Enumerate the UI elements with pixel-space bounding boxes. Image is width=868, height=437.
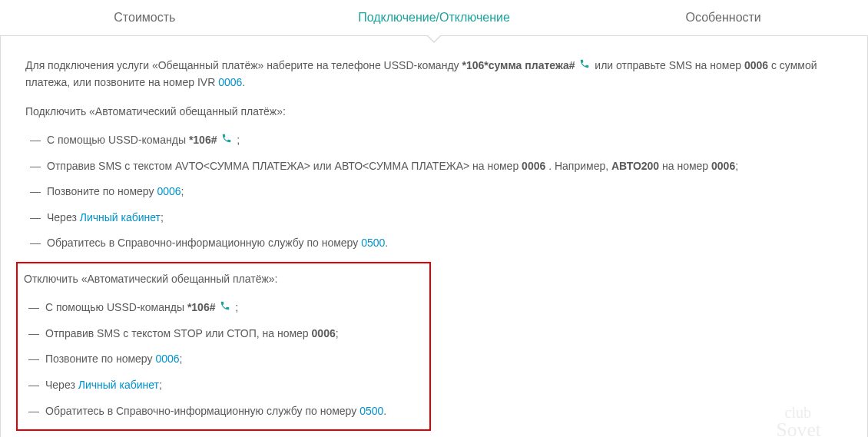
- list-item: Позвоните по номеру 0006;: [24, 352, 423, 367]
- number: 0006: [711, 160, 735, 172]
- item-text: Через: [45, 379, 78, 391]
- ivr-link[interactable]: 0006: [218, 76, 242, 88]
- watermark-logo: club Sovet: [772, 401, 856, 437]
- item-text: ;: [159, 379, 162, 391]
- item-text: Через: [47, 211, 80, 223]
- list-item: Обратитесь в Справочно-информационную сл…: [24, 404, 423, 419]
- item-text: ;: [235, 301, 238, 313]
- item-text: Отправив SMS с текстом AVTO<СУММА ПЛАТЕЖ…: [47, 160, 522, 172]
- list-item: С помощью USSD-команды *106# ;: [24, 300, 423, 316]
- number: 0006: [312, 327, 336, 339]
- item-text: ;: [161, 211, 164, 223]
- support-link[interactable]: 0500: [359, 405, 383, 417]
- ussd-code-1: *106*сумма платежа#: [462, 59, 575, 71]
- intro-text-a: Для подключения услуги «Обещанный платёж…: [25, 59, 462, 71]
- phone-icon: [220, 300, 230, 316]
- item-text: .: [385, 237, 388, 249]
- content-panel: Для подключения услуги «Обещанный платёж…: [0, 36, 868, 437]
- intro-paragraph: Для подключения услуги «Обещанный платёж…: [25, 58, 843, 91]
- item-text: Отправив SMS с текстом STOP или СТОП, на…: [45, 327, 312, 339]
- number: 0006: [522, 160, 545, 172]
- phone-link[interactable]: 0006: [155, 353, 179, 365]
- item-text: С помощью USSD-команды: [45, 301, 187, 313]
- intro-text-b: или отправьте SMS на номер: [595, 59, 744, 71]
- list-item: Отправив SMS с текстом STOP или СТОП, на…: [24, 326, 423, 342]
- item-text: Позвоните по номеру: [45, 353, 155, 365]
- list-item: Через Личный кабинет;: [24, 378, 423, 393]
- account-link[interactable]: Личный кабинет: [80, 211, 161, 223]
- active-tab-pointer: [426, 35, 442, 43]
- phone-icon: [579, 58, 590, 74]
- account-link[interactable]: Личный кабинет: [78, 379, 159, 391]
- section-off-title: Отключить «Автоматический обещанный плат…: [24, 271, 423, 288]
- tab-bar: Стоимость Подключение/Отключение Особенн…: [0, 0, 868, 36]
- section-on-title: Подключить «Автоматический обещанный пла…: [25, 104, 843, 121]
- item-text: .: [383, 405, 386, 417]
- item-text: ;: [237, 134, 240, 146]
- svg-text:Sovet: Sovet: [777, 419, 821, 437]
- list-off: С помощью USSD-команды *106# ; Отправив …: [24, 300, 423, 419]
- phone-link[interactable]: 0006: [157, 185, 181, 197]
- ussd-code: *106#: [187, 301, 216, 313]
- item-text: ;: [735, 160, 738, 172]
- item-text: Обратитесь в Справочно-информационную сл…: [47, 237, 361, 249]
- item-text: Позвоните по номеру: [47, 185, 157, 197]
- item-text: . Например,: [548, 160, 611, 172]
- list-item: Обратитесь в Справочно-информационную сл…: [25, 236, 843, 251]
- ussd-code: *106#: [189, 134, 217, 146]
- list-item: Позвоните по номеру 0006;: [25, 184, 843, 200]
- intro-text-d: .: [242, 76, 245, 88]
- tab-cost[interactable]: Стоимость: [0, 0, 290, 35]
- item-text: С помощью USSD-команды: [47, 134, 189, 146]
- list-item: Отправив SMS с текстом AVTO<СУММА ПЛАТЕЖ…: [25, 159, 843, 174]
- item-text: ;: [180, 353, 183, 365]
- highlight-box: Отключить «Автоматический обещанный плат…: [16, 262, 431, 431]
- example-code: АВТО200: [611, 160, 659, 172]
- item-text: Обратитесь в Справочно-информационную сл…: [45, 405, 359, 417]
- list-item: С помощью USSD-команды *106# ;: [25, 133, 843, 148]
- list-item: Через Личный кабинет;: [25, 210, 843, 226]
- item-text: ;: [181, 185, 184, 197]
- item-text: на номер: [662, 160, 711, 172]
- support-link[interactable]: 0500: [361, 237, 385, 249]
- tab-features[interactable]: Особенности: [578, 0, 868, 35]
- sms-number: 0006: [744, 59, 768, 71]
- tab-connect[interactable]: Подключение/Отключение: [290, 0, 579, 35]
- phone-icon: [221, 133, 232, 148]
- item-text: ;: [336, 327, 339, 339]
- list-on: С помощью USSD-команды *106# ; Отправив …: [25, 133, 843, 251]
